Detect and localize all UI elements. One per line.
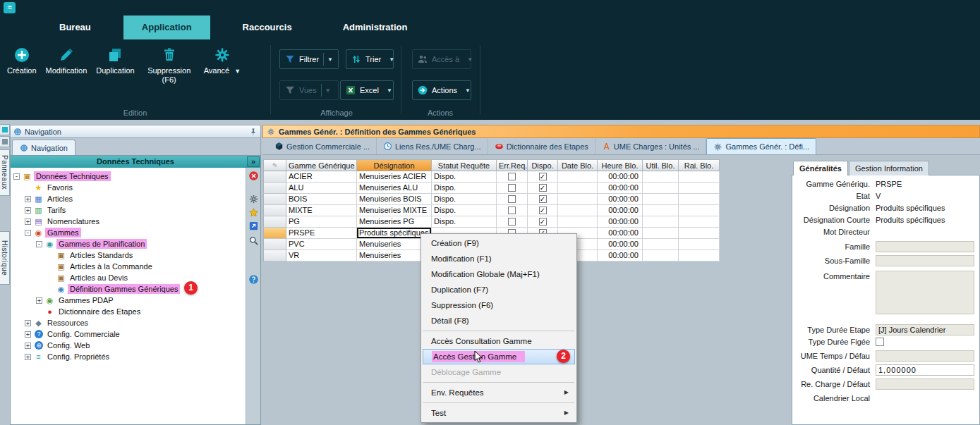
star-icon[interactable] — [248, 207, 259, 218]
tab-application[interactable]: Application — [123, 16, 210, 39]
tab-bureau[interactable]: Bureau — [41, 16, 109, 39]
navigate-icon[interactable] — [248, 221, 259, 231]
tree-item-gammes-pdap[interactable]: +◉Gammes PDAP — [11, 295, 246, 306]
tree-item-config-proprietes[interactable]: +≡Config. Propriétés — [11, 351, 246, 362]
expand-icon[interactable]: + — [25, 320, 31, 326]
menu-item-test[interactable]: Test▶ — [423, 405, 575, 421]
checkbox-checked[interactable]: ✓ — [539, 195, 547, 203]
table-row-acier[interactable]: ACIERMenuiseries ACIERDispo.✓00:00:00 — [263, 171, 720, 183]
tree-item-articles[interactable]: +▦Articles — [11, 193, 246, 204]
column-header-gamme-generique[interactable]: Gamme Générique — [286, 159, 357, 171]
checkbox-checked[interactable]: ✓ — [539, 173, 547, 180]
dropdown-arrow-icon[interactable]: ▼ — [387, 87, 392, 94]
modification-button[interactable]: Modification — [46, 47, 87, 75]
tree-item-nomenclatures[interactable]: +▤Nomenclatures — [11, 216, 246, 227]
column-header-dispo[interactable]: Dispo. — [528, 159, 558, 171]
dropdown-arrow-icon[interactable]: ▼ — [465, 87, 471, 94]
menu-item-creation-f9[interactable]: Création (F9) — [423, 235, 575, 251]
help-icon[interactable] — [248, 274, 259, 285]
suppression-button[interactable]: Suppression (F6) — [144, 47, 195, 85]
vues-button[interactable]: Vues ▼ — [279, 80, 339, 100]
tab-administration[interactable]: Administration — [325, 16, 426, 39]
tree-item-articles-standards[interactable]: +▣Articles Standards — [11, 250, 246, 261]
table-row-alu[interactable]: ALUMenuiseries ALUDispo.✓00:00:00 — [263, 183, 720, 194]
expand-icon[interactable]: + — [36, 297, 42, 304]
field-input[interactable] — [876, 350, 974, 362]
tree-item-config-web[interactable]: +⊕Config. Web — [11, 340, 246, 351]
collapse-icon[interactable]: - — [25, 230, 31, 236]
tree-item-gammes-de-planification[interactable]: -◉Gammes de Planification — [11, 238, 246, 250]
expand-icon[interactable]: + — [25, 331, 31, 338]
checkbox-unchecked[interactable] — [508, 173, 516, 180]
checkbox-checked[interactable]: ✓ — [539, 184, 547, 192]
dropdown-arrow-icon[interactable]: ▼ — [234, 68, 241, 75]
tree-item-dictionnaire-des-etapes[interactable]: +●Dictionnaire des Etapes — [11, 306, 246, 317]
search-icon[interactable] — [248, 235, 259, 246]
checkbox-checked[interactable]: ✓ — [539, 207, 547, 214]
checkbox-unchecked[interactable] — [508, 207, 516, 214]
menu-item-modification-globale-maj-f1[interactable]: Modification Globale (Maj+F1) — [423, 266, 575, 282]
document-tab-dictionnaire-des-etapes[interactable]: Dictionnaire des Etapes — [488, 138, 595, 154]
document-tab-gammes-gener-defi[interactable]: Gammes Génér. : Défi... — [706, 138, 816, 154]
expand-icon[interactable]: + — [25, 207, 31, 214]
acces-a-button[interactable]: Accès à ▼ — [412, 49, 471, 69]
field-input[interactable]: 1,000000 — [876, 364, 974, 376]
tree-item-tarifs[interactable]: +▥Tarifs — [11, 204, 246, 216]
menu-item-env-requetes[interactable]: Env. Requêtes▶ — [423, 385, 575, 400]
column-header-util-blo[interactable]: Util. Blo. — [643, 159, 679, 171]
tab-gestion-information[interactable]: Gestion Information — [849, 161, 929, 175]
menu-item-modification-f1[interactable]: Modification (F1) — [423, 251, 575, 266]
close-icon[interactable] — [248, 171, 259, 181]
table-row-mixte[interactable]: MIXTEMenuiseries MIXTEDispo.✓00:00:00 — [263, 205, 720, 216]
navigation-tab[interactable]: Navigation — [12, 140, 75, 155]
checkbox-unchecked[interactable] — [508, 218, 516, 226]
field-input[interactable] — [876, 255, 974, 266]
checkbox-checked[interactable]: ✓ — [539, 218, 547, 226]
panneaux-tab[interactable]: Panneaux — [0, 149, 10, 196]
field-input[interactable]: [J] Jours Calendrier — [876, 324, 974, 335]
app-logo-icon[interactable]: ≈ — [4, 2, 16, 13]
panel-mini-tab[interactable] — [0, 124, 10, 135]
actions-button[interactable]: Actions ▼ — [412, 80, 471, 100]
checkbox-unchecked[interactable] — [508, 195, 516, 203]
tree-item-articles-a-la-commande[interactable]: +▣Articles à la Commande — [11, 261, 246, 272]
excel-button[interactable]: Excel ▼ — [340, 80, 394, 100]
table-row-bois[interactable]: BOISMenuiseries BOISDispo.✓00:00:00 — [263, 194, 720, 205]
duplication-button[interactable]: Duplication — [96, 47, 134, 75]
tree-item-articles-au-devis[interactable]: +▣Articles au Devis — [11, 272, 246, 283]
creation-button[interactable]: Création — [7, 47, 37, 75]
field-input[interactable] — [876, 271, 974, 314]
expand-icon[interactable]: + — [25, 196, 31, 202]
expand-icon[interactable]: + — [25, 218, 31, 225]
expand-icon[interactable]: + — [25, 343, 31, 349]
avance-button[interactable]: Avancé ▼ — [204, 47, 241, 75]
dropdown-arrow-icon[interactable]: ▼ — [327, 56, 333, 63]
menu-item-duplication-f7[interactable]: Duplication (F7) — [423, 282, 575, 297]
field-input[interactable] — [876, 241, 974, 252]
tree-item-definition-gammes-generiques[interactable]: +◉Définition Gammes Génériques — [11, 283, 246, 295]
document-tab-liens-res-ume-charg[interactable]: Liens Res./UME Charg... — [377, 138, 488, 154]
menu-item-suppression-f6[interactable]: Suppression (F6) — [423, 297, 575, 313]
field-input[interactable] — [876, 378, 974, 390]
menu-item-acces-consultation-gamme[interactable]: Accès Consultation Gamme — [423, 333, 575, 349]
tree-item-donnees-techniques[interactable]: -▣Données Techniques — [11, 171, 246, 182]
pin-icon[interactable] — [249, 128, 258, 136]
panel-mini-tab[interactable] — [0, 136, 10, 147]
collapse-icon[interactable]: - — [36, 241, 42, 247]
tab-raccourcis[interactable]: Raccourcis — [224, 16, 310, 39]
column-header-heure-blo[interactable]: Heure Blo. — [598, 159, 643, 171]
column-header-err-req[interactable]: Err.Req. — [497, 159, 528, 171]
historique-tab[interactable]: Historique — [0, 231, 10, 285]
tree-item-gammes[interactable]: -◉Gammes — [11, 227, 246, 238]
column-header-selector[interactable]: ✎ — [263, 159, 286, 171]
menu-item-acces-gestion-gamme[interactable]: Accès Gestion Gamme — [423, 349, 575, 364]
menu-item-detail-f8[interactable]: Détail (F8) — [423, 313, 575, 328]
document-tab-ume-charges-unites[interactable]: UME Charges : Unités ... — [595, 138, 707, 154]
tree-item-config-commerciale[interactable]: +?Config. Commerciale — [11, 328, 246, 340]
gear-icon[interactable] — [248, 194, 259, 204]
column-header-date-blo[interactable]: Date Blo. — [558, 159, 598, 171]
expand-icon[interactable]: + — [25, 354, 31, 360]
checkbox-unchecked[interactable] — [876, 338, 884, 346]
filtrer-button[interactable]: Filtrer ▼ — [279, 49, 339, 69]
collapse-panel-button[interactable]: » — [247, 156, 260, 167]
